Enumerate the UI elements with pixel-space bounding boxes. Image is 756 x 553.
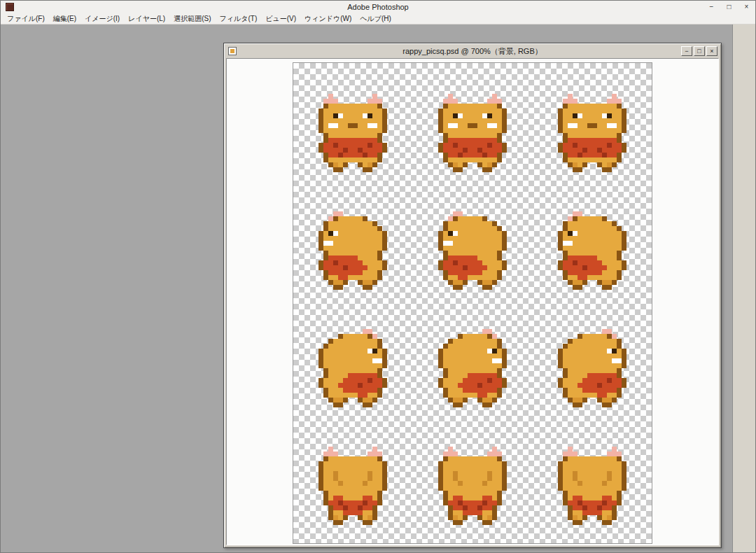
document-window-controls: − □ ×: [681, 46, 720, 56]
document-titlebar[interactable]: rappy_picsq.psd @ 700%（背景, RGB） − □ ×: [225, 45, 720, 57]
rappy-sprite-back: [293, 427, 413, 545]
rappy-sprite-left: [293, 192, 413, 309]
photoshop-app-icon[interactable]: [6, 3, 14, 11]
document-title: rappy_picsq.psd @ 700%（背景, RGB）: [225, 46, 720, 57]
photoshop-window: Adobe Photoshop − □ × ファイル(F) 編集(E) イメージ…: [0, 0, 756, 553]
rappy-sprite-front: [413, 74, 533, 192]
document-scroll-area: [226, 58, 719, 545]
document-icon[interactable]: [228, 47, 237, 55]
menu-file[interactable]: ファイル(F): [3, 13, 49, 24]
doc-minimize-button[interactable]: −: [681, 46, 692, 56]
rappy-sprite-left: [533, 192, 652, 309]
rappy-sprite-right: [293, 309, 413, 427]
menu-select[interactable]: 選択範囲(S): [169, 13, 215, 24]
menu-edit[interactable]: 編集(E): [49, 13, 80, 24]
workspace: rappy_picsq.psd @ 700%（背景, RGB） − □ ×: [1, 24, 755, 552]
rappy-sprite-right: [413, 309, 533, 427]
rappy-sprite-front: [533, 74, 652, 192]
sprite-grid: [293, 63, 652, 545]
menu-help[interactable]: ヘルプ(H): [356, 13, 396, 24]
palette-well-strip: [732, 24, 755, 552]
rappy-sprite-left: [413, 192, 533, 309]
rappy-sprite-front: [293, 74, 413, 192]
menu-filter[interactable]: フィルタ(T): [216, 13, 262, 24]
minimize-button[interactable]: −: [703, 1, 720, 13]
app-titlebar[interactable]: Adobe Photoshop − □ ×: [1, 1, 755, 13]
menu-bar: ファイル(F) 編集(E) イメージ(I) レイヤー(L) 選択範囲(S) フィ…: [1, 13, 755, 24]
rappy-sprite-right: [533, 309, 652, 427]
doc-maximize-button[interactable]: □: [694, 46, 705, 56]
menu-layer[interactable]: レイヤー(L): [124, 13, 169, 24]
app-title: Adobe Photoshop: [1, 3, 755, 11]
rappy-sprite-back: [533, 427, 652, 545]
menu-image[interactable]: イメージ(I): [80, 13, 124, 24]
maximize-button[interactable]: □: [720, 1, 738, 13]
menu-window[interactable]: ウィンドウ(W): [300, 13, 356, 24]
menu-view[interactable]: ビュー(V): [261, 13, 300, 24]
doc-close-button[interactable]: ×: [706, 46, 718, 56]
app-window-controls: − □ ×: [703, 1, 755, 13]
rappy-sprite-back: [413, 427, 533, 545]
document-window: rappy_picsq.psd @ 700%（背景, RGB） − □ ×: [223, 43, 722, 548]
close-button[interactable]: ×: [738, 1, 755, 13]
canvas[interactable]: [293, 62, 652, 544]
